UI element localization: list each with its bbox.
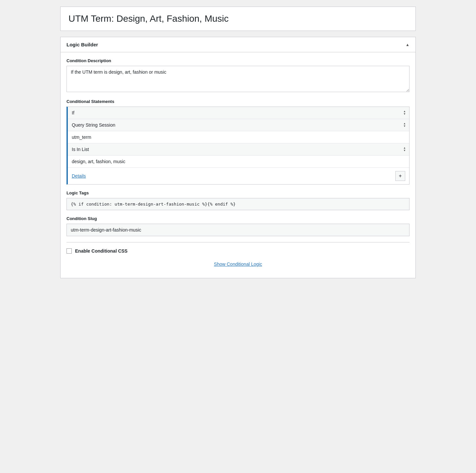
page-wrapper: UTM Term: Design, Art, Fashion, Music Lo… — [60, 7, 416, 278]
operator-row: Is In List Is Not In List Equals Contain… — [68, 143, 409, 156]
panel-header: Logic Builder ▲ — [61, 37, 415, 52]
condition-description-group: Condition Description — [66, 58, 410, 93]
panel-header-title: Logic Builder — [66, 42, 98, 47]
show-conditional-logic-section: Show Conditional Logic — [66, 254, 410, 270]
value-input[interactable] — [68, 156, 409, 167]
source-row: Query String Session Cookie Local Storag… — [68, 119, 409, 131]
operator-select-wrapper: Is In List Is Not In List Equals Contain… — [68, 143, 409, 155]
conditional-statements-label: Conditional Statements — [66, 99, 410, 104]
if-select[interactable]: If If Not And Or — [68, 107, 409, 119]
conditional-statements-group: Conditional Statements If If Not And Or — [66, 99, 410, 185]
condition-slug-value: utm-term-design-art-fashion-music — [66, 224, 410, 236]
key-input[interactable] — [68, 131, 409, 143]
enable-conditional-css-row: Enable Conditional CSS — [66, 248, 410, 254]
if-select-wrapper: If If Not And Or ▲ ▼ — [68, 107, 409, 119]
source-select[interactable]: Query String Session Cookie Local Storag… — [68, 119, 409, 131]
logic-tags-value: {% if condition: utm-term-design-art-fas… — [66, 198, 410, 210]
plus-button[interactable]: + — [395, 171, 405, 181]
logic-tags-group: Logic Tags {% if condition: utm-term-des… — [66, 190, 410, 210]
logic-builder-panel: Logic Builder ▲ Condition Description Co… — [60, 37, 416, 278]
logic-tags-label: Logic Tags — [66, 190, 410, 195]
details-link[interactable]: Details — [72, 173, 86, 179]
show-conditional-logic-link[interactable]: Show Conditional Logic — [214, 261, 262, 267]
operator-select[interactable]: Is In List Is Not In List Equals Contain… — [68, 143, 409, 155]
if-row: If If Not And Or ▲ ▼ — [68, 107, 409, 119]
details-row: Details + — [68, 168, 409, 184]
divider — [66, 242, 410, 242]
condition-slug-label: Condition Slug — [66, 216, 410, 221]
key-row — [68, 131, 409, 143]
condition-description-textarea[interactable] — [66, 66, 410, 92]
source-select-wrapper: Query String Session Cookie Local Storag… — [68, 119, 409, 131]
panel-body: Condition Description Conditional Statem… — [61, 52, 415, 278]
enable-conditional-css-checkbox[interactable] — [66, 248, 72, 254]
collapse-icon[interactable]: ▲ — [406, 42, 410, 47]
enable-conditional-css-label: Enable Conditional CSS — [75, 248, 127, 254]
page-title: UTM Term: Design, Art, Fashion, Music — [68, 13, 408, 25]
conditional-statements-box: If If Not And Or ▲ ▼ — [66, 107, 410, 185]
condition-description-label: Condition Description — [66, 58, 410, 63]
page-title-box: UTM Term: Design, Art, Fashion, Music — [60, 7, 416, 31]
condition-slug-group: Condition Slug utm-term-design-art-fashi… — [66, 216, 410, 236]
value-row — [68, 156, 409, 168]
